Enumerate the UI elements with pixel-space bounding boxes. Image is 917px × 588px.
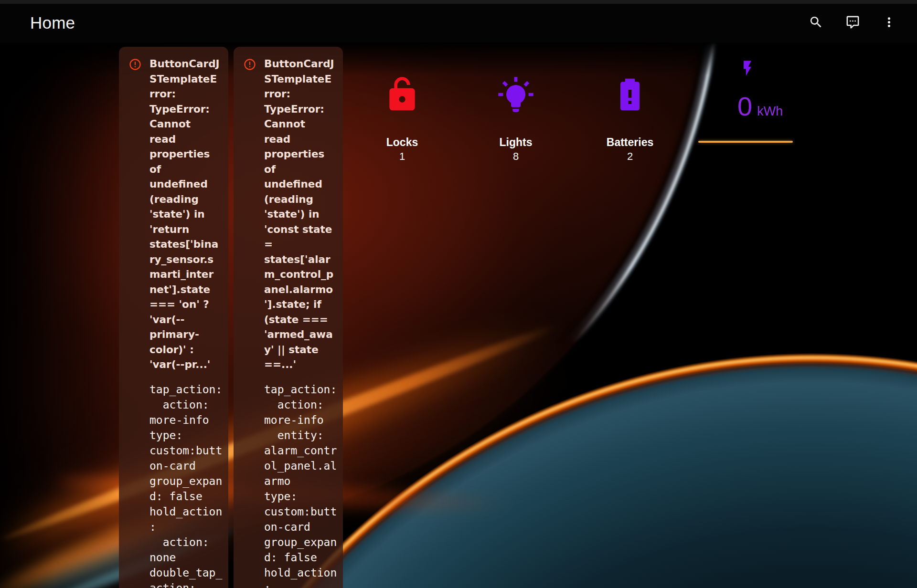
error-yaml-config: tap_action: action: more-info type: cust… xyxy=(149,382,223,588)
entity-state: 1 xyxy=(399,150,405,163)
home-assistant-dashboard: Home ButtonCardJSTemplateError: TypeErro… xyxy=(0,0,917,588)
assist-chat-icon xyxy=(845,15,860,31)
error-card-texts: ButtonCardJSTemplateError: TypeError: Ca… xyxy=(149,56,223,588)
battery-alert-icon xyxy=(611,75,649,114)
lights-button[interactable]: Lights 8 xyxy=(478,75,554,163)
search-button[interactable] xyxy=(805,12,826,33)
search-icon xyxy=(809,15,823,31)
flash-icon xyxy=(738,59,757,77)
error-message: ButtonCardJSTemplateError: TypeError: Ca… xyxy=(264,56,334,372)
page-title: Home xyxy=(30,13,75,33)
overflow-menu-button[interactable] xyxy=(878,12,899,33)
entity-label: Lights xyxy=(500,136,533,149)
energy-card[interactable]: 0 kWh xyxy=(688,53,802,149)
error-card-texts: ButtonCardJSTemplateError: TypeError: Ca… xyxy=(264,56,337,588)
locks-button[interactable]: Locks 1 xyxy=(364,75,440,163)
batteries-button[interactable]: Batteries 2 xyxy=(592,75,668,163)
energy-unit: kWh xyxy=(757,104,783,119)
entity-state: 8 xyxy=(513,150,519,163)
entity-label: Locks xyxy=(386,136,418,149)
overflow-menu-icon xyxy=(882,15,896,31)
top-strip xyxy=(0,0,917,4)
error-card-alarmo[interactable]: ButtonCardJSTemplateError: TypeError: Ca… xyxy=(234,47,343,588)
alert-circle-icon xyxy=(243,58,256,71)
energy-graph-baseline xyxy=(698,141,793,143)
energy-value: 0 xyxy=(737,92,753,121)
entity-state: 2 xyxy=(627,150,633,163)
energy-value-row: 0 kWh xyxy=(737,92,783,121)
alert-circle-icon xyxy=(128,58,142,71)
error-message: ButtonCardJSTemplateError: TypeError: Ca… xyxy=(149,56,220,372)
entity-label: Batteries xyxy=(607,136,653,149)
app-header: Home xyxy=(0,0,917,42)
error-yaml-config: tap_action: action: more-info entity: al… xyxy=(264,382,337,588)
lightbulb-on-icon xyxy=(497,75,535,114)
error-card-smarti-internet[interactable]: ButtonCardJSTemplateError: TypeError: Ca… xyxy=(119,47,228,588)
lock-open-icon xyxy=(383,75,421,114)
assist-button[interactable] xyxy=(842,12,863,33)
